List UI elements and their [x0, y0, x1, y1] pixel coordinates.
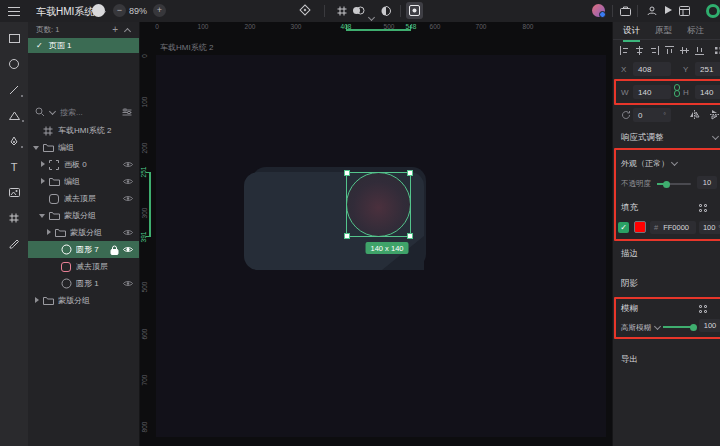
align-top-icon[interactable]: [665, 46, 674, 55]
fill-opacity-input[interactable]: 100 %: [699, 221, 720, 234]
resize-handle-bottom-left[interactable]: [344, 233, 350, 239]
image-tool-icon[interactable]: [9, 188, 20, 197]
add-page-icon[interactable]: +: [112, 25, 118, 35]
page-item-selected[interactable]: ✓ 页面 1: [28, 38, 139, 53]
layer-row-circle-1[interactable]: 圆形 1: [28, 275, 139, 292]
y-input[interactable]: 251: [695, 62, 720, 76]
caret-down-icon[interactable]: [38, 211, 47, 220]
y-label: Y: [683, 65, 688, 74]
frame-tool-icon[interactable]: [9, 213, 19, 223]
brush-tool-icon[interactable]: [9, 239, 19, 249]
responsive-section-header[interactable]: 响应式调整: [621, 132, 664, 144]
collaborator-avatar[interactable]: [92, 4, 105, 17]
eye-icon[interactable]: [123, 280, 133, 287]
collapse-pages-icon[interactable]: [124, 27, 131, 34]
pen-tool-icon[interactable]: [9, 136, 19, 146]
fill-styles-icon[interactable]: [699, 204, 707, 212]
play-prototype-icon[interactable]: [665, 6, 672, 14]
flip-horizontal-icon[interactable]: [689, 110, 700, 119]
search-scope-chevron-icon[interactable]: [49, 109, 56, 116]
distribute-icon[interactable]: [714, 46, 720, 55]
ellipse-tool-icon[interactable]: [9, 59, 19, 69]
blend-mode-select[interactable]: 外观（正常）: [621, 158, 669, 169]
fill-color-swatch[interactable]: [634, 221, 646, 233]
canvas-viewport[interactable]: 0 100 200 300 500 600 700 800 408 548 0 …: [140, 22, 612, 446]
move-tool-icon[interactable]: [299, 4, 310, 15]
caret-right-icon[interactable]: [38, 177, 47, 186]
layer-row-group[interactable]: 编组: [28, 139, 139, 156]
chevron-down-icon[interactable]: [654, 324, 661, 331]
tab-design[interactable]: 设计: [623, 25, 640, 37]
x-input[interactable]: 408: [633, 62, 671, 76]
align-bottom-icon[interactable]: [695, 46, 704, 55]
text-tool-icon[interactable]: T: [11, 162, 18, 172]
fill-visible-checkbox[interactable]: [618, 222, 629, 233]
height-input[interactable]: 140: [695, 85, 720, 99]
eye-icon[interactable]: [123, 178, 133, 185]
blur-type-select[interactable]: 高斯模糊: [621, 323, 651, 333]
zoom-level[interactable]: 89%: [129, 6, 147, 16]
user-avatar[interactable]: [592, 4, 605, 17]
zoom-in-button[interactable]: +: [153, 4, 166, 17]
flip-vertical-icon[interactable]: [709, 110, 720, 119]
resize-handle-top-right[interactable]: [407, 170, 413, 176]
align-right-icon[interactable]: [650, 46, 659, 55]
caret-right-icon[interactable]: [32, 296, 41, 305]
toolbox-icon[interactable]: [620, 6, 631, 16]
boolean-ops-chevron-icon[interactable]: [368, 15, 375, 22]
opacity-input[interactable]: 10: [697, 176, 717, 189]
fill-hex-input[interactable]: # FF0000: [650, 221, 696, 234]
resize-handle-bottom-right[interactable]: [407, 233, 413, 239]
menu-icon[interactable]: [8, 7, 20, 8]
caret-right-icon[interactable]: [38, 160, 47, 169]
frame-tool-icon[interactable]: [337, 6, 347, 16]
layer-row-artboard[interactable]: 画板 0: [28, 156, 139, 173]
layer-row-subtract-pink[interactable]: 减去顶层: [28, 258, 139, 275]
layer-row-frame[interactable]: 车载HMI系统 2: [28, 122, 139, 139]
layer-row-mask-group[interactable]: 蒙版分组: [28, 207, 139, 224]
artboard-label[interactable]: 车载HMI系统 2: [160, 42, 213, 53]
artboard[interactable]: 车载HMI系统 2 140 x 140: [156, 55, 606, 437]
rotation-input[interactable]: 0 °: [633, 108, 671, 122]
link-dimensions-icon[interactable]: [673, 84, 681, 97]
layer-row-circle-7-selected[interactable]: 圆形 7: [28, 241, 139, 258]
opacity-slider[interactable]: [657, 183, 691, 185]
width-input[interactable]: 140: [633, 85, 671, 99]
align-left-icon[interactable]: [620, 46, 629, 55]
eye-icon[interactable]: [123, 246, 133, 253]
polygon-tool-icon[interactable]: [9, 111, 20, 120]
zoom-out-button[interactable]: −: [113, 4, 126, 17]
selection-bounding-box[interactable]: [346, 172, 411, 237]
filter-icon[interactable]: [122, 108, 132, 117]
layer-row-group[interactable]: 编组: [28, 173, 139, 190]
layer-row-mask-group[interactable]: 蒙版分组: [28, 292, 139, 309]
blur-styles-icon[interactable]: [699, 305, 707, 313]
layer-search[interactable]: 搜索...: [28, 104, 139, 120]
pages-count-label: 页数: 1: [36, 25, 106, 35]
caret-right-icon[interactable]: [44, 228, 53, 237]
caret-down-icon[interactable]: [32, 143, 41, 152]
chevron-down-icon[interactable]: [671, 160, 678, 167]
rectangle-tool-icon[interactable]: [9, 34, 20, 43]
blur-slider[interactable]: [663, 326, 695, 328]
eye-icon[interactable]: [123, 229, 133, 236]
lock-icon[interactable]: [110, 245, 119, 255]
align-v-center-icon[interactable]: [680, 46, 689, 55]
layer-row-subtract[interactable]: 减去顶层: [28, 190, 139, 207]
resize-handle-top-left[interactable]: [344, 170, 350, 176]
layout-panel-icon[interactable]: [679, 6, 690, 16]
align-h-center-icon[interactable]: [635, 46, 644, 55]
tab-prototype[interactable]: 原型: [655, 25, 672, 37]
mask-tool-icon[interactable]: [381, 6, 391, 16]
blur-input[interactable]: 100: [699, 319, 720, 332]
component-tool-active[interactable]: [406, 2, 423, 19]
chevron-down-icon[interactable]: [712, 134, 719, 141]
eye-icon[interactable]: [123, 161, 133, 168]
tab-annotate[interactable]: 标注: [687, 25, 704, 37]
share-icon[interactable]: [647, 6, 657, 16]
line-tool-icon[interactable]: [9, 85, 19, 95]
layer-row-mask-group[interactable]: 蒙版分组: [28, 224, 139, 241]
eye-icon[interactable]: [123, 195, 133, 202]
status-ring-icon[interactable]: [706, 4, 720, 18]
boolean-ops-icon[interactable]: [352, 6, 365, 15]
